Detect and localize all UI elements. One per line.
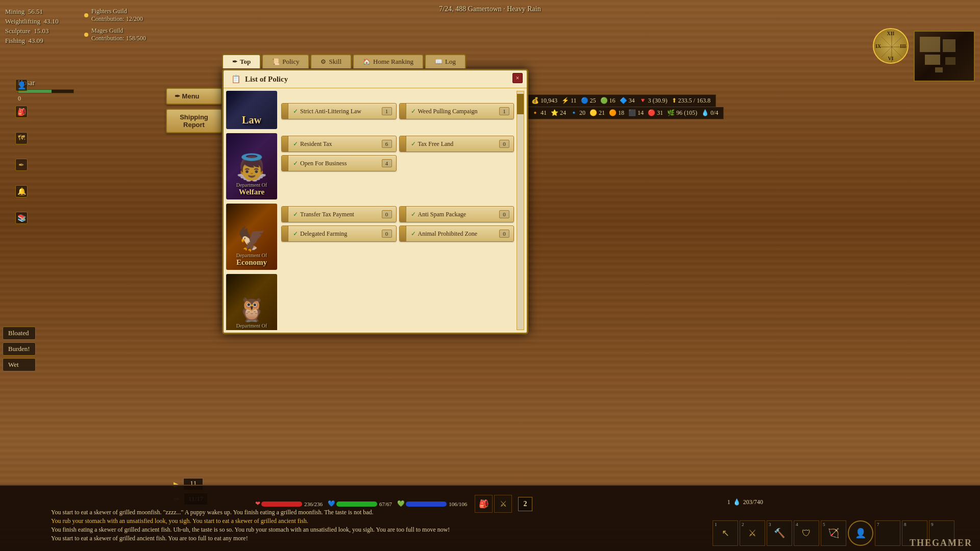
minimap-block-5 — [935, 67, 943, 72]
res-4: 🔷 34 — [620, 97, 635, 105]
hotbar-slot-5[interactable]: 5 🏹 — [821, 520, 846, 546]
action-buttons: ✒ Menu Shipping Report — [166, 88, 222, 133]
law-dept-label: Law — [242, 114, 261, 126]
mana-icon: 💙 — [328, 500, 335, 508]
res12-icon: ⬛ — [628, 109, 636, 117]
economy-section: 🦅 Department Of Economy ✓ Transfer Tax P… — [226, 204, 514, 270]
minimap-block-1 — [920, 37, 940, 52]
dialog-title: 📋 List of Policy — [224, 70, 527, 88]
law-policies: ✓ Strict Anti-Littering Law 1 ✓ Weed Pul… — [281, 101, 514, 119]
res14-icon: 🌿 — [667, 109, 675, 117]
resource-bar-2: 🔸 41 ⭐ 24 🔹 20 🟡 21 🟠 18 ⬛ 14 🔴 31 🌿 96 … — [526, 107, 724, 119]
hotbar-1-icon: ↖ — [722, 528, 729, 539]
economy-dept-label: Department Of — [236, 253, 267, 258]
hotbar-slot-avatar[interactable]: 👤 — [848, 520, 873, 546]
hotbar-slot-3[interactable]: 3 🔨 — [767, 520, 792, 546]
hotbar-3-icon: 🔨 — [774, 528, 785, 539]
res11-icon: 🟠 — [609, 109, 617, 117]
res8-icon: ⭐ — [551, 109, 558, 117]
minimap-inner — [915, 32, 974, 81]
res-11: 🟠 18 — [609, 109, 624, 117]
hotbar-slot-7[interactable]: 7 — [875, 520, 900, 546]
policy-btn-weed-pulling[interactable]: ✓ Weed Pulling Campaign 1 — [399, 103, 514, 119]
tab-top[interactable]: ✒ Top — [222, 54, 261, 68]
guild-dot-fighters — [84, 13, 88, 17]
res1-icon: ⚡ — [561, 97, 569, 105]
chat-line-2: You rub your stomach with an unsatisfied… — [51, 517, 776, 525]
policy-btn-delegated-farming[interactable]: ✓ Delegated Farming 0 — [281, 226, 397, 242]
scroll-thumb — [517, 94, 524, 114]
hotbar-slot-1[interactable]: 1 ↖ — [713, 520, 738, 546]
status-wet: Wet — [3, 358, 36, 371]
policy-btn-transfer-tax[interactable]: ✓ Transfer Tax Payment 0 — [281, 206, 397, 222]
tab-home-ranking-icon: 🏠 — [363, 58, 371, 66]
res-1: ⚡ 11 — [561, 97, 577, 105]
left-icon-panel: 👤 🎒 🗺 ✒ 🔔 📚 — [15, 79, 28, 224]
policy-btn-tax-free-land[interactable]: ✓ Tax Free Land 0 — [399, 136, 514, 152]
tab-policy[interactable]: 📜 Policy — [262, 54, 309, 68]
economy-dept-name: Economy — [236, 258, 267, 267]
icon-book[interactable]: 📚 — [15, 212, 28, 224]
bottom-res-value: 203/740 — [743, 498, 763, 506]
tab-skill-icon: ⚙ — [321, 58, 326, 66]
economy-policy-row-2: ✓ Delegated Farming 0 ✓ Animal Prohibite… — [281, 226, 514, 242]
resource-bar-1: 💰 10,943 ⚡ 11 🔵 25 🟢 16 🔷 34 🔻 3 (30.9) … — [526, 94, 716, 107]
tab-log[interactable]: 📖 Log — [425, 54, 466, 68]
policy-btn-anti-littering[interactable]: ✓ Strict Anti-Littering Law 1 — [281, 103, 397, 119]
hotbar-slot-2[interactable]: 2 ⚔ — [740, 520, 765, 546]
avatar-icon: 👤 — [855, 528, 866, 539]
policy-btn-open-for-business[interactable]: ✓ Open For Business 4 — [281, 155, 397, 171]
mp-fill — [336, 502, 377, 507]
tab-top-icon: ✒ — [232, 58, 237, 66]
sp-text: 106/106 — [449, 501, 467, 507]
menu-button[interactable]: ✒ Menu — [166, 88, 222, 105]
hp-fill — [261, 502, 302, 507]
tab-skill[interactable]: ⚙ Skill — [310, 54, 352, 68]
mages-guild: Mages Guild Contribution: 158/500 — [84, 27, 146, 42]
economy-dept-image: 🦅 Department Of Economy — [226, 204, 277, 270]
tab-log-icon: 📖 — [435, 58, 443, 66]
law-section: Law ✓ Strict Anti-Littering Law 1 ✓ — [226, 91, 514, 129]
tab-home-ranking[interactable]: 🏠 Home Ranking — [353, 54, 424, 68]
mining-stat: Mining 56.51 — [5, 8, 59, 16]
shipping-report-button[interactable]: Shipping Report — [166, 109, 222, 133]
page-number[interactable]: 2 — [518, 497, 532, 511]
policy-dialog: ✒ Top 📜 Policy ⚙ Skill 🏠 Home Ranking 📖 … — [222, 69, 528, 334]
policy-btn-anti-spam[interactable]: ✓ Anti Spam Package 0 — [399, 206, 514, 222]
icon-inventory[interactable]: 🎒 — [15, 106, 28, 118]
welfare-policy-row-1: ✓ Resident Tax 6 ✓ Tax Free Land 0 — [281, 136, 514, 152]
bottom-res-label: 1 — [727, 498, 730, 506]
policy-btn-resident-tax[interactable]: ✓ Resident Tax 6 — [281, 136, 397, 152]
res9-icon: 🔹 — [570, 109, 578, 117]
minimap-block-2 — [943, 39, 955, 52]
welfare-dept-label: Department Of — [236, 182, 267, 188]
sculpture-stat: Sculpture 15.03 — [5, 27, 59, 35]
policy-btn-animal-prohibited[interactable]: ✓ Animal Prohibited Zone 0 — [399, 226, 514, 242]
world-date-location: 7/24, 488 Gamertown · Heavy Rain — [439, 5, 541, 13]
icon-quill[interactable]: ✒ — [15, 159, 28, 171]
res-5: 🔻 3 (30.9) — [639, 97, 668, 105]
bottom-res-icon: 💧 — [733, 498, 741, 506]
hotbar-slot-4[interactable]: 4 🛡 — [794, 520, 819, 546]
icon-map[interactable]: 🗺 — [15, 132, 28, 144]
icon-character[interactable]: 👤 — [15, 79, 28, 91]
icon-bell[interactable]: 🔔 — [15, 185, 28, 197]
dialog-scrollbar[interactable] — [517, 91, 524, 330]
weather-info: 7/24, 488 Gamertown · Heavy Rain — [439, 5, 541, 13]
sp-bar — [406, 502, 447, 507]
welfare-section: 👼 Department Of Welfare ✓ Resident Tax 6 — [226, 133, 514, 199]
dialog-close-button[interactable]: × — [512, 73, 523, 83]
character-panel: Hosar 0 — [3, 79, 79, 103]
dialog-tabs: ✒ Top 📜 Policy ⚙ Skill 🏠 Home Ranking 📖 … — [222, 54, 466, 68]
economy-policy-row-1: ✓ Transfer Tax Payment 0 ✓ Anti Spam Pac… — [281, 206, 514, 222]
chat-log: You start to eat a skewer of grilled moo… — [51, 509, 776, 543]
hp-text: 236/236 — [304, 501, 323, 507]
res15-icon: 💧 — [701, 109, 709, 117]
weightlifting-stat: Weightlifting 43.10 — [5, 17, 59, 26]
utility-section: 🦉 Department Of Utility — [226, 274, 514, 330]
compass: XII IX III VI — [873, 28, 909, 64]
res-6: ⬆ 233.5 / 163.8 — [672, 97, 710, 105]
hotbar-4-icon: 🛡 — [802, 528, 811, 539]
minimap[interactable] — [914, 31, 975, 82]
guild-panel: Fighters Guild Contribution: 12/200 Mage… — [84, 8, 146, 46]
